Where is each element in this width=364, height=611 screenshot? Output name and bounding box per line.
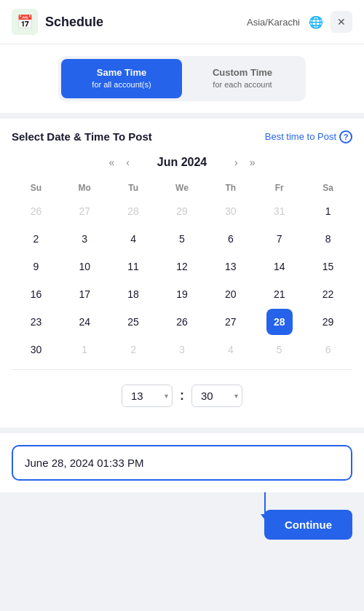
- prev-year-button[interactable]: «: [106, 155, 118, 170]
- calendar-day-cell[interactable]: 27: [71, 198, 98, 224]
- calendar-day-cell[interactable]: 11: [120, 253, 146, 280]
- footer: Continue: [0, 498, 364, 551]
- time-selector: 0001020304050607080910111213141516171819…: [12, 376, 352, 416]
- section-title: Select Date & Time To Post: [12, 130, 152, 143]
- time-divider: [12, 369, 352, 370]
- minute-select[interactable]: 000510152025303540455055: [191, 385, 242, 407]
- calendar-week-1: 2627282930311: [12, 197, 352, 225]
- calendar-day-cell[interactable]: 26: [169, 309, 195, 335]
- continue-button[interactable]: Continue: [264, 510, 352, 540]
- timezone-label: Asia/Karachi: [247, 17, 300, 28]
- calendar-week-2: 2345678: [12, 225, 352, 253]
- custom-time-button[interactable]: Custom Time for each account: [182, 59, 303, 98]
- day-fr: Fr: [255, 178, 304, 197]
- arrow-line: [264, 492, 266, 514]
- calendar-week-3: 9101112131415: [12, 253, 352, 280]
- globe-icon[interactable]: 🌐: [306, 12, 326, 32]
- calendar-weeks: 2627282930311234567891011121314151617181…: [12, 197, 352, 363]
- calendar-day-cell[interactable]: 2: [120, 336, 146, 363]
- calendar-day-cell[interactable]: 15: [315, 253, 341, 280]
- calendar-week-4: 16171819202122: [12, 280, 352, 308]
- calendar-day-cell[interactable]: 1: [71, 336, 98, 363]
- date-input-field[interactable]: [12, 445, 352, 481]
- time-colon: :: [180, 388, 184, 403]
- calendar-day-cell[interactable]: 22: [315, 281, 341, 307]
- calendar-day-cell[interactable]: 4: [120, 226, 146, 252]
- day-th: Th: [206, 178, 255, 197]
- calendar-icon: 📅: [12, 9, 38, 35]
- day-sa: Sa: [304, 178, 352, 197]
- month-year-label: Jun 2024: [138, 156, 226, 169]
- calendar-day-cell[interactable]: 4: [218, 336, 244, 363]
- calendar-day-cell[interactable]: 27: [218, 309, 244, 335]
- calendar-day-cell[interactable]: 9: [23, 253, 49, 280]
- day-tu: Tu: [109, 178, 158, 197]
- close-button[interactable]: ✕: [331, 11, 352, 33]
- help-icon: ?: [339, 130, 352, 143]
- next-year-button[interactable]: »: [247, 155, 258, 170]
- best-time-label: Best time to Post: [265, 131, 336, 142]
- calendar-day-cell[interactable]: 20: [218, 281, 244, 307]
- calendar-section: Select Date & Time To Post Best time to …: [0, 119, 364, 427]
- day-we: We: [158, 178, 207, 197]
- date-input-section: [0, 433, 364, 492]
- custom-time-label-line2: for each account: [194, 79, 291, 90]
- calendar-day-cell[interactable]: 23: [23, 309, 49, 335]
- hour-select-wrapper: 0001020304050607080910111213141516171819…: [122, 385, 173, 407]
- calendar-day-cell[interactable]: 8: [315, 226, 341, 252]
- calendar-days-header: Su Mo Tu We Th Fr Sa: [12, 178, 352, 197]
- calendar-day-cell[interactable]: 30: [23, 336, 49, 363]
- calendar-day-cell[interactable]: 12: [169, 253, 195, 280]
- calendar-day-cell[interactable]: 19: [169, 281, 195, 307]
- calendar-week-6: 30123456: [12, 336, 352, 363]
- page-title: Schedule: [45, 15, 247, 30]
- same-time-label-line2: for all account(s): [73, 79, 170, 90]
- calendar-week-5: 23242526272829: [12, 308, 352, 336]
- time-mode-toggle: Same Time for all account(s) Custom Time…: [58, 56, 306, 101]
- calendar-day-cell[interactable]: 3: [71, 226, 98, 252]
- calendar-day-cell[interactable]: 24: [71, 309, 98, 335]
- calendar-day-cell[interactable]: 6: [315, 336, 341, 363]
- arrow-down-indicator: [261, 492, 269, 520]
- minute-select-wrapper: 000510152025303540455055 ▾: [191, 385, 242, 407]
- next-month-button[interactable]: ›: [232, 155, 241, 170]
- day-su: Su: [12, 178, 60, 197]
- calendar-day-cell[interactable]: 14: [266, 253, 293, 280]
- calendar-day-cell[interactable]: 26: [23, 198, 49, 224]
- calendar-nav: « ‹ Jun 2024 › »: [12, 155, 352, 170]
- day-mo: Mo: [60, 178, 109, 197]
- calendar-day-cell[interactable]: 3: [169, 336, 195, 363]
- same-time-label-line1: Same Time: [73, 66, 170, 79]
- calendar-header: Select Date & Time To Post Best time to …: [12, 130, 352, 143]
- toggle-section: Same Time for all account(s) Custom Time…: [0, 44, 364, 113]
- calendar-day-cell[interactable]: 17: [71, 281, 98, 307]
- calendar-day-cell[interactable]: 1: [315, 198, 341, 224]
- calendar-day-cell[interactable]: 28: [266, 309, 293, 335]
- same-time-button[interactable]: Same Time for all account(s): [61, 59, 182, 98]
- calendar-day-cell[interactable]: 29: [315, 309, 341, 335]
- header: 📅 Schedule Asia/Karachi 🌐 ✕: [0, 0, 364, 44]
- calendar-day-cell[interactable]: 16: [23, 281, 49, 307]
- schedule-modal: 📅 Schedule Asia/Karachi 🌐 ✕ Same Time fo…: [0, 0, 364, 611]
- calendar-day-cell[interactable]: 30: [218, 198, 244, 224]
- best-time-link[interactable]: Best time to Post ?: [265, 130, 352, 143]
- prev-month-button[interactable]: ‹: [123, 155, 132, 170]
- calendar-day-cell[interactable]: 31: [266, 198, 293, 224]
- calendar-day-cell[interactable]: 6: [218, 226, 244, 252]
- calendar-day-cell[interactable]: 5: [266, 336, 293, 363]
- custom-time-label-line1: Custom Time: [194, 66, 291, 79]
- calendar-day-cell[interactable]: 10: [71, 253, 98, 280]
- calendar-day-cell[interactable]: 29: [169, 198, 195, 224]
- calendar-day-cell[interactable]: 13: [218, 253, 244, 280]
- calendar-grid: Su Mo Tu We Th Fr Sa 2627282930311234567…: [12, 178, 352, 363]
- hour-select[interactable]: 0001020304050607080910111213141516171819…: [122, 385, 173, 407]
- calendar-day-cell[interactable]: 7: [266, 226, 293, 252]
- calendar-day-cell[interactable]: 25: [120, 309, 146, 335]
- calendar-day-cell[interactable]: 28: [120, 198, 146, 224]
- arrow-head-icon: [261, 514, 269, 520]
- calendar-day-cell[interactable]: 2: [23, 226, 49, 252]
- calendar-day-cell[interactable]: 21: [266, 281, 293, 307]
- calendar-day-cell[interactable]: 5: [169, 226, 195, 252]
- calendar-day-cell[interactable]: 18: [120, 281, 146, 307]
